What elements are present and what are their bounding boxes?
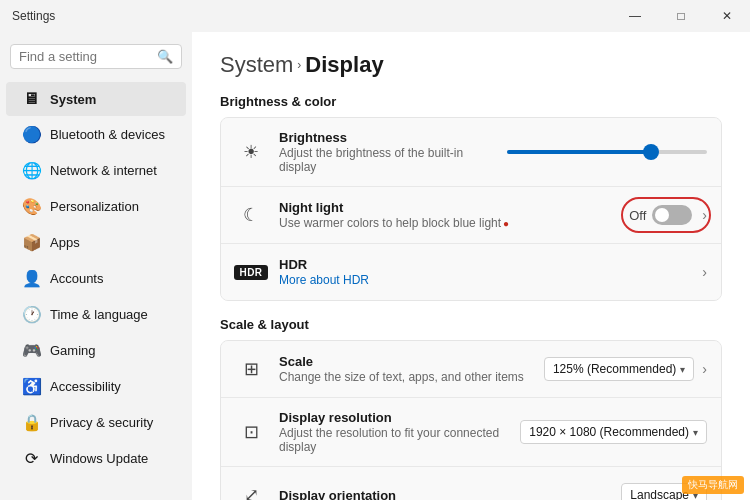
brightness-info: Brightness Adjust the brightness of the … bbox=[279, 130, 495, 174]
orientation-title: Display orientation bbox=[279, 488, 609, 501]
sidebar-item-label: Network & internet bbox=[50, 163, 157, 178]
windows-update-icon: ⟳ bbox=[22, 449, 40, 468]
bluetooth-icon: 🔵 bbox=[22, 125, 40, 144]
orientation-dropdown[interactable]: Landscape ▾ bbox=[621, 483, 707, 500]
sidebar-item-label: Windows Update bbox=[50, 451, 148, 466]
titlebar-title: Settings bbox=[12, 9, 55, 23]
titlebar-controls: — □ ✕ bbox=[612, 0, 750, 32]
orientation-info: Display orientation bbox=[279, 488, 609, 501]
sidebar-item-system[interactable]: 🖥 System bbox=[6, 82, 186, 116]
orientation-dropdown-wrap: Landscape ▾ bbox=[621, 483, 707, 500]
setting-row-scale[interactable]: ⊞ Scale Change the size of text, apps, a… bbox=[221, 341, 721, 398]
brightness-title: Brightness bbox=[279, 130, 495, 145]
night-light-desc: Use warmer colors to help block blue lig… bbox=[279, 216, 617, 230]
resolution-control: 1920 × 1080 (Recommended) ▾ bbox=[520, 420, 707, 444]
resolution-dropdown-wrap: 1920 × 1080 (Recommended) ▾ bbox=[520, 420, 707, 444]
section-header-scale-layout: Scale & layout bbox=[220, 317, 722, 332]
brightness-slider-fill bbox=[507, 150, 651, 154]
hdr-control: › bbox=[698, 264, 707, 280]
search-icon: 🔍 bbox=[157, 49, 173, 64]
night-light-control: Off › bbox=[629, 205, 707, 225]
settings-group-brightness-color: ☀ Brightness Adjust the brightness of th… bbox=[220, 117, 722, 301]
gaming-icon: 🎮 bbox=[22, 341, 40, 360]
orientation-dropdown-arrow: ▾ bbox=[693, 490, 698, 501]
setting-row-resolution[interactable]: ⊡ Display resolution Adjust the resoluti… bbox=[221, 398, 721, 467]
sidebar-item-time[interactable]: 🕐 Time & language bbox=[6, 297, 186, 332]
scale-chevron: › bbox=[702, 361, 707, 377]
orientation-control: Landscape ▾ bbox=[621, 483, 707, 500]
sidebar-item-label: Privacy & security bbox=[50, 415, 153, 430]
hdr-link[interactable]: More about HDR bbox=[279, 273, 369, 287]
setting-row-night-light[interactable]: ☾ Night light Use warmer colors to help … bbox=[221, 187, 721, 244]
resolution-info: Display resolution Adjust the resolution… bbox=[279, 410, 508, 454]
breadcrumb-parent: System bbox=[220, 52, 293, 78]
brightness-desc: Adjust the brightness of the built-in di… bbox=[279, 146, 495, 174]
sidebar-item-label: Accounts bbox=[50, 271, 103, 286]
hdr-info: HDR More about HDR bbox=[279, 257, 686, 287]
resolution-dropdown[interactable]: 1920 × 1080 (Recommended) ▾ bbox=[520, 420, 707, 444]
privacy-icon: 🔒 bbox=[22, 413, 40, 432]
scale-title: Scale bbox=[279, 354, 532, 369]
resolution-dropdown-arrow: ▾ bbox=[693, 427, 698, 438]
scale-icon: ⊞ bbox=[235, 353, 267, 385]
sidebar-item-accessibility[interactable]: ♿ Accessibility bbox=[6, 369, 186, 404]
night-light-toggle[interactable] bbox=[652, 205, 692, 225]
sidebar-item-label: Apps bbox=[50, 235, 80, 250]
hdr-desc: More about HDR bbox=[279, 273, 686, 287]
scale-control: 125% (Recommended) ▾ › bbox=[544, 357, 707, 381]
minimize-button[interactable]: — bbox=[612, 0, 658, 32]
sidebar-item-label: Personalization bbox=[50, 199, 139, 214]
accounts-icon: 👤 bbox=[22, 269, 40, 288]
settings-group-scale-layout: ⊞ Scale Change the size of text, apps, a… bbox=[220, 340, 722, 500]
resolution-dropdown-value: 1920 × 1080 (Recommended) bbox=[529, 425, 689, 439]
sidebar-item-apps[interactable]: 📦 Apps bbox=[6, 225, 186, 260]
hdr-icon: HDR bbox=[235, 256, 267, 288]
sidebar-item-privacy[interactable]: 🔒 Privacy & security bbox=[6, 405, 186, 440]
sidebar-item-windows-update[interactable]: ⟳ Windows Update bbox=[6, 441, 186, 476]
brightness-slider-wrap[interactable] bbox=[507, 150, 707, 154]
night-light-toggle-wrap: Off › bbox=[629, 205, 707, 225]
hdr-chevron: › bbox=[702, 264, 707, 280]
night-light-icon: ☾ bbox=[235, 199, 267, 231]
brightness-slider-thumb[interactable] bbox=[643, 144, 659, 160]
sidebar-item-personalization[interactable]: 🎨 Personalization bbox=[6, 189, 186, 224]
scale-desc: Change the size of text, apps, and other… bbox=[279, 370, 532, 384]
night-light-title: Night light bbox=[279, 200, 617, 215]
accessibility-icon: ♿ bbox=[22, 377, 40, 396]
setting-row-hdr[interactable]: HDR HDR More about HDR › bbox=[221, 244, 721, 300]
sidebar-item-bluetooth[interactable]: 🔵 Bluetooth & devices bbox=[6, 117, 186, 152]
search-input[interactable] bbox=[19, 49, 153, 64]
sidebar-item-label: Bluetooth & devices bbox=[50, 127, 165, 142]
orientation-dropdown-value: Landscape bbox=[630, 488, 689, 500]
nav-list: 🖥 System 🔵 Bluetooth & devices 🌐 Network… bbox=[0, 81, 192, 477]
search-box[interactable]: 🔍 bbox=[10, 44, 182, 69]
scale-info: Scale Change the size of text, apps, and… bbox=[279, 354, 532, 384]
close-button[interactable]: ✕ bbox=[704, 0, 750, 32]
titlebar: Settings — □ ✕ bbox=[0, 0, 750, 32]
setting-row-brightness[interactable]: ☀ Brightness Adjust the brightness of th… bbox=[221, 118, 721, 187]
orientation-icon: ⤢ bbox=[235, 479, 267, 500]
sidebar-item-gaming[interactable]: 🎮 Gaming bbox=[6, 333, 186, 368]
scale-dropdown-wrap: 125% (Recommended) ▾ › bbox=[544, 357, 707, 381]
hdr-title: HDR bbox=[279, 257, 686, 272]
sidebar: 🔍 🖥 System 🔵 Bluetooth & devices 🌐 Netwo… bbox=[0, 32, 192, 500]
breadcrumb-current: Display bbox=[305, 52, 383, 78]
toggle-knob bbox=[655, 208, 669, 222]
night-light-toggle-label: Off bbox=[629, 208, 646, 223]
resolution-icon: ⊡ bbox=[235, 416, 267, 448]
brightness-control bbox=[507, 150, 707, 154]
sidebar-item-accounts[interactable]: 👤 Accounts bbox=[6, 261, 186, 296]
sections-container: Brightness & color☀ Brightness Adjust th… bbox=[220, 94, 722, 500]
sidebar-item-label: Gaming bbox=[50, 343, 96, 358]
brightness-slider-track bbox=[507, 150, 707, 154]
setting-row-orientation[interactable]: ⤢ Display orientation Landscape ▾ bbox=[221, 467, 721, 500]
resolution-title: Display resolution bbox=[279, 410, 508, 425]
content-area: System › Display Brightness & color☀ Bri… bbox=[192, 32, 750, 500]
section-header-brightness-color: Brightness & color bbox=[220, 94, 722, 109]
sidebar-item-label: Accessibility bbox=[50, 379, 121, 394]
scale-dropdown-value: 125% (Recommended) bbox=[553, 362, 676, 376]
personalization-icon: 🎨 bbox=[22, 197, 40, 216]
scale-dropdown[interactable]: 125% (Recommended) ▾ bbox=[544, 357, 694, 381]
maximize-button[interactable]: □ bbox=[658, 0, 704, 32]
sidebar-item-network[interactable]: 🌐 Network & internet bbox=[6, 153, 186, 188]
